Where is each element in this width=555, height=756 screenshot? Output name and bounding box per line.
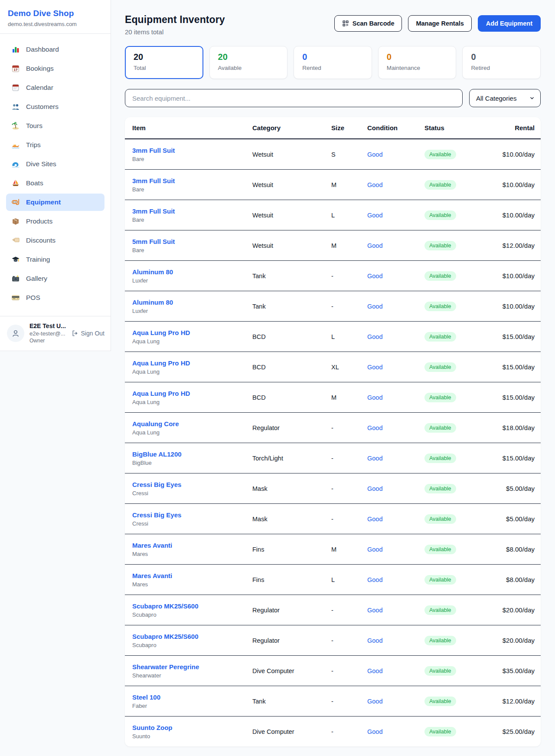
item-name-link[interactable]: Cressi Big Eyes [132,511,252,519]
item-name-link[interactable]: BigBlue AL1200 [132,450,252,458]
category-cell: Wetsuit [252,242,331,249]
item-name-link[interactable]: Aqua Lung Pro HD [132,359,252,367]
status-badge: Available [424,575,456,585]
category-cell: Regulator [252,637,331,644]
size-cell: - [331,303,367,310]
status-badge: Available [424,697,456,706]
condition-link[interactable]: Good [367,181,424,188]
scan-barcode-button[interactable]: Scan Barcode [334,15,402,32]
condition-link[interactable]: Good [367,576,424,583]
rental-cell: $8.00/day [494,546,535,553]
category-select[interactable]: All Categories [469,89,541,107]
category-cell: Regulator [252,607,331,614]
table-row: Mares Avanti Mares Fins M Good Available… [125,534,541,564]
size-cell: L [331,576,367,583]
table-row: Aluminum 80 Luxfer Tank - Good Available… [125,291,541,321]
table-row: Shearwater Peregrine Shearwater Dive Com… [125,655,541,686]
item-name-link[interactable]: Scubapro MK25/S600 [132,602,252,610]
item-name-link[interactable]: Shearwater Peregrine [132,663,252,671]
stat-label: Retired [471,65,532,71]
sidebar-item-training[interactable]: Training [6,251,104,268]
item-brand: Mares [132,581,252,588]
condition-link[interactable]: Good [367,151,424,158]
search-input[interactable] [125,89,463,107]
manage-rentals-label: Manage Rentals [416,20,464,27]
column-header-rental: Rental [494,124,535,131]
stat-value: 20 [218,52,279,62]
sidebar-item-calendar[interactable]: Calendar [6,79,104,96]
rental-cell: $10.00/day [494,272,535,279]
item-name-link[interactable]: Steel 100 [132,694,252,701]
condition-link[interactable]: Good [367,333,424,340]
item-name-link[interactable]: Aluminum 80 [132,299,252,306]
condition-link[interactable]: Good [367,637,424,644]
item-name-link[interactable]: Aqualung Core [132,420,252,427]
item-name-link[interactable]: 3mm Full Suit [132,177,252,184]
condition-link[interactable]: Good [367,516,424,523]
category-cell: BCD [252,394,331,401]
stat-card-total[interactable]: 20 Total [125,46,203,79]
condition-link[interactable]: Good [367,212,424,219]
item-name-link[interactable]: 3mm Full Suit [132,207,252,215]
size-cell: XL [331,364,367,371]
condition-link[interactable]: Good [367,667,424,674]
item-name-link[interactable]: 3mm Full Suit [132,147,252,154]
stat-card-rented[interactable]: 0 Rented [294,46,372,79]
manage-rentals-button[interactable]: Manage Rentals [408,15,471,32]
item-name-link[interactable]: Aqua Lung Pro HD [132,390,252,397]
user-footer: E2E Test U... e2e-tester@... Owner Sign … [0,316,111,351]
condition-link[interactable]: Good [367,698,424,705]
sidebar-item-pos[interactable]: POS [6,289,104,306]
item-name-link[interactable]: Cressi Big Eyes [132,481,252,488]
status-badge: Available [424,271,456,281]
condition-link[interactable]: Good [367,455,424,462]
logout-icon [72,330,78,337]
condition-link[interactable]: Good [367,394,424,401]
rental-cell: $15.00/day [494,454,535,462]
sidebar-item-dashboard[interactable]: Dashboard [6,41,104,58]
sign-out-label: Sign Out [81,330,104,337]
sidebar-item-label: Gallery [26,275,47,283]
item-name-link[interactable]: Mares Avanti [132,572,252,579]
column-header-status: Status [424,124,494,131]
condition-link[interactable]: Good [367,242,424,249]
sign-out-button[interactable]: Sign Out [72,330,104,337]
item-name-link[interactable]: Suunto Zoop [132,724,252,731]
category-cell: Mask [252,485,331,492]
item-name-link[interactable]: Aluminum 80 [132,268,252,276]
item-name-link[interactable]: Aqua Lung Pro HD [132,329,252,336]
condition-link[interactable]: Good [367,728,424,735]
sidebar-item-boats[interactable]: Boats [6,174,104,192]
status-badge: Available [424,180,456,190]
condition-link[interactable]: Good [367,424,424,431]
item-brand: Luxfer [132,277,252,284]
sidebar-item-discounts[interactable]: Discounts [6,232,104,249]
sidebar-item-dive-sites[interactable]: Dive Sites [6,155,104,173]
condition-link[interactable]: Good [367,607,424,614]
item-brand: Bare [132,186,252,193]
stat-card-retired[interactable]: 0 Retired [462,46,541,79]
sidebar-item-products[interactable]: Products [6,213,104,230]
table-row: Aqualung Core Aqua Lung Regulator - Good… [125,412,541,443]
item-brand: Cressi [132,490,252,496]
table-row: 3mm Full Suit Bare Wetsuit L Good Availa… [125,200,541,230]
add-equipment-button[interactable]: Add Equipment [478,15,541,32]
sidebar-item-trips[interactable]: Trips [6,136,104,154]
condition-link[interactable]: Good [367,273,424,279]
sidebar-item-tours[interactable]: Tours [6,117,104,135]
condition-link[interactable]: Good [367,546,424,553]
sidebar-item-bookings[interactable]: 17 Bookings [6,60,104,77]
item-name-link[interactable]: Scubapro MK25/S600 [132,633,252,640]
sidebar-item-equipment[interactable]: Equipment [6,194,104,211]
condition-link[interactable]: Good [367,303,424,310]
sidebar-item-customers[interactable]: Customers [6,98,104,115]
stat-card-available[interactable]: 20 Available [209,46,288,79]
condition-link[interactable]: Good [367,364,424,371]
sidebar-item-gallery[interactable]: Gallery [6,270,104,287]
condition-link[interactable]: Good [367,485,424,492]
stat-card-maintenance[interactable]: 0 Maintenance [378,46,457,79]
item-name-link[interactable]: Mares Avanti [132,542,252,549]
equipment-table: Item Category Size Condition Status Rent… [125,117,541,746]
item-name-link[interactable]: 5mm Full Suit [132,238,252,245]
rental-cell: $5.00/day [494,515,535,523]
